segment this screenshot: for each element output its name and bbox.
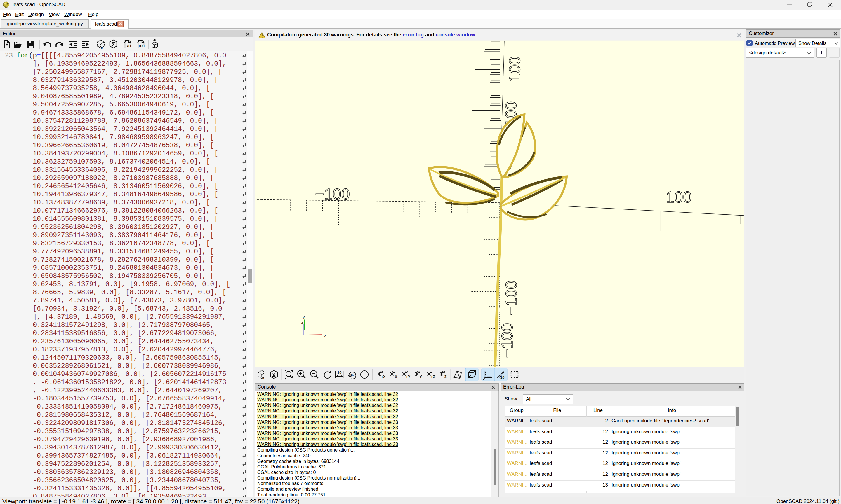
svg-text:STL: STL [125,44,132,48]
svg-text:−100: −100 [498,323,516,358]
svg-text:100: 100 [506,56,523,82]
svg-text:-Y: -Y [418,375,422,379]
svg-text:100: 100 [666,188,691,205]
svg-text:+X: +X [381,375,385,379]
svg-text:10: 10 [500,375,504,379]
svg-text:−100: −100 [502,281,520,315]
svg-text:10: 10 [337,371,341,375]
svg-text:DXF: DXF [139,44,146,48]
svg-text:z: z [302,320,303,325]
svg-text:»: » [262,376,264,380]
svg-text:-Z: -Z [443,375,446,379]
svg-text:45: 45 [350,373,354,377]
svg-text:+Z: +Z [431,375,435,379]
svg-text:y: y [303,315,305,319]
svg-text:»: » [101,45,103,50]
svg-text:−100: −100 [315,185,350,203]
svg-text:+Y: +Y [406,375,410,379]
svg-text:-X: -X [394,375,397,379]
svg-text:x: x [324,333,326,338]
